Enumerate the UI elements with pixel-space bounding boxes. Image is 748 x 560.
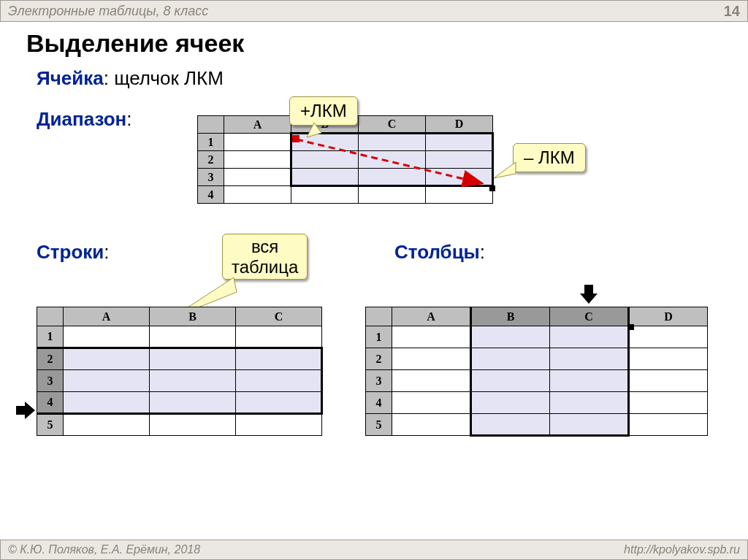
rest-cell: : щелчок ЛКМ <box>104 67 224 89</box>
arrow-right-icon <box>16 402 35 419</box>
line-cols: Столбцы: <box>394 241 485 264</box>
line-rows: Строки: <box>37 241 110 264</box>
rrow-4: 4 <box>37 392 64 414</box>
page-number: 14 <box>724 3 740 20</box>
callout-whole-table: вся таблица <box>222 234 308 280</box>
footer-bar: © К.Ю. Поляков, Е.А. Ерёмин, 2018 http:/… <box>0 540 748 560</box>
crow-1: 1 <box>366 326 392 348</box>
kw-range: Диапазон <box>37 108 126 130</box>
rrow-1: 1 <box>37 326 64 348</box>
kw-rows: Строки <box>37 241 104 263</box>
kw-cell: Ячейка <box>37 67 104 89</box>
ccol-B: B <box>471 307 550 326</box>
grid-cols: A B C D 1 2 3 4 5 <box>365 307 708 437</box>
ccol-A: A <box>392 307 471 326</box>
row-3: 3 <box>198 169 224 186</box>
rest-rows: : <box>104 241 109 263</box>
col-C: C <box>359 116 426 134</box>
crow-3: 3 <box>366 370 392 392</box>
kw-cols: Столбцы <box>394 241 480 263</box>
line-range: Диапазон: <box>37 108 132 131</box>
footer-url: http://kpolyakov.spb.ru <box>624 543 740 556</box>
ccol-D: D <box>629 307 708 326</box>
ccol-C: C <box>550 307 629 326</box>
callout-minus-tail-icon <box>494 162 516 181</box>
line-cell: Ячейка: щелчок ЛКМ <box>37 67 224 90</box>
crow-2: 2 <box>366 348 392 370</box>
svg-rect-1 <box>292 135 299 142</box>
slide: Электронные таблицы, 8 класс 14 Выделени… <box>0 0 748 560</box>
rrow-5: 5 <box>37 414 64 436</box>
svg-line-0 <box>297 139 482 183</box>
slide-title: Выделение ячеек <box>26 29 244 58</box>
callout-plus-tail-icon <box>307 123 321 140</box>
col-A: A <box>224 116 291 134</box>
rcol-B: B <box>150 307 236 326</box>
col-D: D <box>426 116 493 134</box>
rrow-3: 3 <box>37 370 64 392</box>
header-subject: Электронные таблицы, 8 класс <box>8 4 208 19</box>
footer-copyright: © К.Ю. Поляков, Е.А. Ерёмин, 2018 <box>8 543 200 556</box>
crow-4: 4 <box>366 392 392 414</box>
fill-handle-icon-2 <box>628 324 634 330</box>
rcol-C: C <box>236 307 322 326</box>
row-4: 4 <box>198 186 224 204</box>
rest-range: : <box>126 108 131 130</box>
crow-5: 5 <box>366 414 392 436</box>
rest-cols: : <box>480 241 485 263</box>
grid-rows: A B C 1 2 3 4 5 <box>37 307 323 436</box>
drag-arrow-icon <box>292 135 497 193</box>
rcol-A: A <box>64 307 150 326</box>
row-2: 2 <box>198 151 224 169</box>
callout-minus-lmb: – ЛКМ <box>513 143 586 172</box>
rrow-2: 2 <box>37 348 64 370</box>
arrow-down-icon <box>584 285 598 304</box>
header-bar: Электронные таблицы, 8 класс 14 <box>0 0 748 22</box>
callout-plus-lmb: +ЛКМ <box>289 96 358 126</box>
row-1: 1 <box>198 134 224 151</box>
